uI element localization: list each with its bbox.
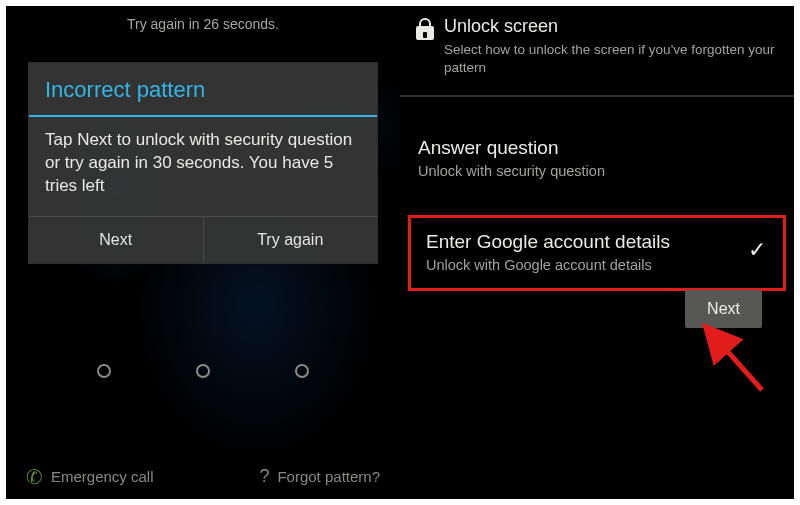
check-icon: ✓ <box>748 238 766 264</box>
header-separator <box>400 95 794 97</box>
pattern-dot[interactable] <box>97 364 111 378</box>
emergency-call-button[interactable]: ✆ Emergency call <box>26 466 154 487</box>
option-google-account[interactable]: Enter Google account details Unlock with… <box>408 215 786 291</box>
try-again-button[interactable]: Try again <box>204 217 378 263</box>
unlock-header: Unlock screen Select how to unlock the s… <box>400 6 794 85</box>
forgot-pattern-button[interactable]: ? Forgot pattern? <box>259 466 380 487</box>
retry-countdown-text: Try again in 26 seconds. <box>6 16 400 32</box>
phone-left: Try again in 26 seconds. Incorrect patte… <box>6 6 400 499</box>
page-title: Unlock screen <box>444 16 778 37</box>
screenshot-stage: Try again in 26 seconds. Incorrect patte… <box>0 0 800 505</box>
bottom-bar: ✆ Emergency call ? Forgot pattern? <box>6 466 400 487</box>
phone-right: Unlock screen Select how to unlock the s… <box>400 6 794 499</box>
dialog-message: Tap Next to unlock with security questio… <box>29 117 377 216</box>
option-title: Enter Google account details <box>426 231 768 253</box>
incorrect-pattern-dialog: Incorrect pattern Tap Next to unlock wit… <box>28 62 378 264</box>
pattern-dots-row <box>6 364 400 378</box>
forgot-pattern-label: Forgot pattern? <box>277 468 380 485</box>
page-subtitle: Select how to unlock the screen if you'v… <box>444 41 778 77</box>
pattern-dot[interactable] <box>196 364 210 378</box>
unlock-options: Answer question Unlock with security que… <box>400 125 794 291</box>
next-button[interactable]: Next <box>685 290 762 328</box>
pattern-dot[interactable] <box>295 364 309 378</box>
question-icon: ? <box>259 466 269 487</box>
lock-icon <box>416 18 434 40</box>
option-title: Answer question <box>418 137 776 159</box>
next-button[interactable]: Next <box>29 217 204 263</box>
phone-icon: ✆ <box>25 465 45 487</box>
option-answer-question[interactable]: Answer question Unlock with security que… <box>400 125 794 193</box>
option-subtitle: Unlock with Google account details <box>426 257 768 273</box>
dialog-title: Incorrect pattern <box>29 63 377 115</box>
dialog-button-row: Next Try again <box>29 216 377 263</box>
emergency-call-label: Emergency call <box>51 468 154 485</box>
annotation-arrow-icon <box>684 316 774 396</box>
option-subtitle: Unlock with security question <box>418 163 776 179</box>
